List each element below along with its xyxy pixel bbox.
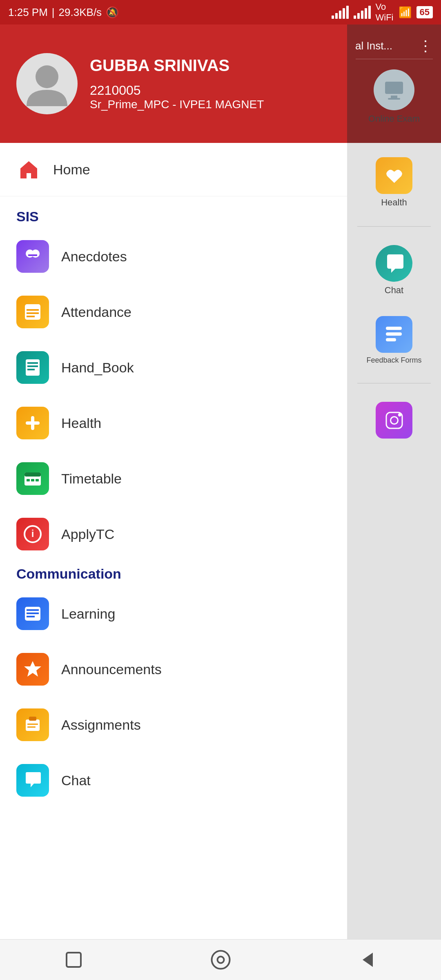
vo-wifi-label: VoWiFi: [376, 2, 394, 23]
right-feedback-item[interactable]: Feedback Forms: [366, 310, 421, 371]
assignments-icon: [16, 708, 49, 741]
network-speed: |: [52, 6, 55, 19]
online-exam-item[interactable]: Online Exam: [368, 63, 420, 130]
attendance-icon: [16, 296, 49, 328]
svg-rect-21: [27, 365, 38, 367]
more-options-icon[interactable]: ⋮: [418, 38, 433, 55]
online-exam-icon: [374, 69, 414, 110]
chat-item[interactable]: Chat: [0, 753, 347, 808]
profile-id: 2210005: [90, 83, 264, 98]
right-panel-items: Health Chat: [347, 143, 441, 453]
svg-rect-2: [388, 98, 400, 100]
health-label: Health: [61, 415, 101, 431]
svg-rect-38: [29, 717, 36, 721]
communication-section-header: Communication: [0, 562, 347, 586]
right-feedback-label: Feedback Forms: [366, 356, 421, 365]
signal-strength-2: [354, 6, 371, 19]
anecdotes-item[interactable]: Anecdotes: [0, 229, 347, 284]
home-label: Home: [53, 162, 90, 178]
svg-rect-4: [393, 172, 395, 176]
assignments-item[interactable]: Assignments: [0, 697, 347, 753]
svg-rect-0: [385, 82, 403, 94]
chat-icon: [16, 764, 49, 797]
svg-rect-37: [26, 719, 40, 731]
main-container: al Inst... ⋮ Online Exam: [0, 24, 441, 980]
svg-text:i: i: [31, 528, 34, 539]
nav-bar: [0, 939, 441, 980]
handbook-icon: [16, 351, 49, 384]
status-bar: 1:25 PM | 29.3KB/s 🔕 VoWiFi 📶 65: [0, 0, 441, 24]
learning-item[interactable]: Learning: [0, 586, 347, 641]
online-exam-label: Online Exam: [368, 114, 420, 124]
profile-info: GUBBA SRINIVAS 2210005 Sr_Prime_MPC - IV…: [90, 56, 264, 111]
home-button[interactable]: [204, 944, 237, 976]
anecdotes-label: Anecdotes: [61, 249, 127, 265]
svg-rect-26: [24, 472, 41, 477]
applytc-item[interactable]: i ApplyTC: [0, 506, 347, 562]
svg-rect-16: [27, 309, 39, 311]
learning-label: Learning: [61, 606, 115, 622]
home-menu-item[interactable]: Home: [0, 143, 347, 196]
sis-section-header: SIS: [0, 196, 347, 229]
status-left: 1:25 PM | 29.3KB/s 🔕: [8, 6, 119, 19]
timetable-item[interactable]: Timetable: [0, 451, 347, 506]
network-speed-value: 29.3KB/s: [59, 6, 102, 19]
svg-point-10: [399, 414, 401, 416]
time-display: 1:25 PM: [8, 6, 48, 19]
right-divider-1: [357, 226, 431, 227]
svg-point-43: [217, 957, 224, 963]
learning-icon: [16, 597, 49, 630]
right-panel-header: al Inst... ⋮ Online Exam: [347, 24, 441, 143]
svg-point-11: [36, 65, 58, 88]
svg-rect-1: [391, 96, 397, 98]
back-button[interactable]: [351, 944, 384, 976]
sis-title: SIS: [16, 209, 39, 224]
svg-rect-40: [27, 726, 36, 728]
announcements-label: Announcements: [61, 662, 162, 677]
svg-point-13: [31, 249, 40, 258]
wifi-icon: 📶: [399, 6, 412, 19]
svg-rect-6: [386, 332, 402, 336]
right-chat-label: Chat: [385, 285, 403, 296]
svg-rect-35: [27, 616, 35, 617]
svg-rect-41: [67, 953, 81, 967]
chat-label: Chat: [61, 773, 91, 788]
svg-rect-14: [28, 254, 37, 256]
timetable-icon: [16, 462, 49, 495]
svg-rect-22: [27, 369, 35, 370]
right-panel-title: al Inst...: [355, 40, 392, 52]
announcements-item[interactable]: Announcements: [0, 641, 347, 697]
svg-rect-29: [36, 479, 39, 481]
svg-rect-5: [386, 327, 402, 330]
battery-indicator: 65: [416, 6, 433, 18]
svg-rect-34: [27, 612, 39, 614]
handbook-item[interactable]: Hand_Book: [0, 340, 347, 395]
signal-strength: [332, 6, 349, 19]
health-icon: [16, 407, 49, 439]
right-instagram-item[interactable]: [376, 396, 412, 445]
svg-rect-7: [386, 338, 396, 341]
svg-rect-33: [27, 609, 39, 611]
left-drawer: GUBBA SRINIVAS 2210005 Sr_Prime_MPC - IV…: [0, 24, 347, 980]
attendance-item[interactable]: Attendance: [0, 284, 347, 340]
avatar: [16, 53, 78, 114]
profile-name: GUBBA SRINIVAS: [90, 56, 264, 75]
right-health-item[interactable]: Health: [376, 151, 412, 214]
svg-rect-28: [31, 479, 34, 481]
attendance-label: Attendance: [61, 304, 131, 320]
svg-rect-24: [26, 421, 40, 425]
health-item[interactable]: Health: [0, 395, 347, 451]
recent-apps-button[interactable]: [57, 944, 90, 976]
profile-header: GUBBA SRINIVAS 2210005 Sr_Prime_MPC - IV…: [0, 24, 347, 143]
communication-title: Communication: [16, 566, 121, 581]
svg-rect-39: [27, 724, 38, 725]
applytc-icon: i: [16, 518, 49, 550]
assignments-label: Assignments: [61, 717, 141, 733]
menu-content: Home SIS Anecdotes: [0, 143, 347, 869]
svg-point-9: [390, 416, 398, 424]
home-icon: [16, 157, 41, 182]
svg-rect-18: [27, 316, 35, 317]
right-chat-item[interactable]: Chat: [376, 239, 412, 302]
svg-marker-44: [363, 953, 373, 967]
svg-marker-36: [24, 661, 41, 677]
